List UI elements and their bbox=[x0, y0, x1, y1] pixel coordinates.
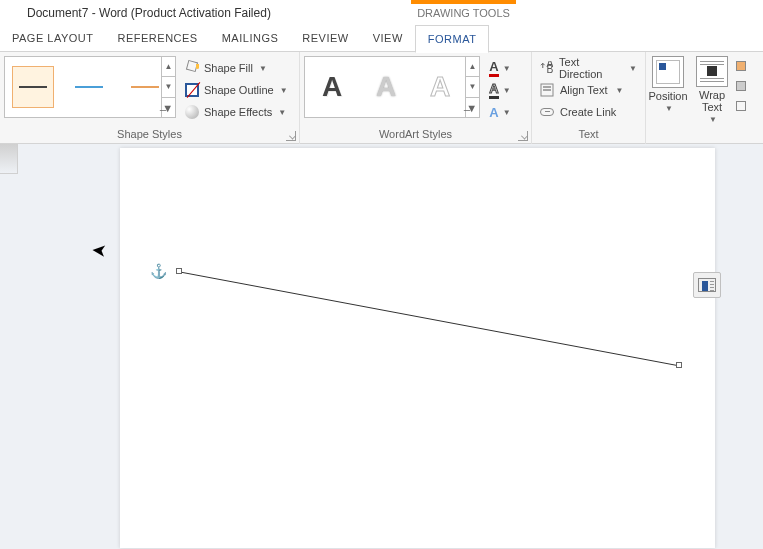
layout-options-button[interactable] bbox=[693, 272, 721, 298]
tab-mailings[interactable]: MAILINGS bbox=[210, 24, 291, 52]
shape-fill-label: Shape Fill bbox=[204, 62, 253, 74]
tab-references[interactable]: REFERENCES bbox=[106, 24, 210, 52]
gallery-down-icon[interactable]: ▼ bbox=[162, 77, 175, 97]
page[interactable]: ⚓ bbox=[120, 148, 715, 548]
text-effects-button[interactable]: A▼ bbox=[484, 102, 516, 122]
gallery-more-icon[interactable]: _▼ bbox=[162, 98, 175, 117]
contextual-tab-header: DRAWING TOOLS bbox=[411, 0, 516, 24]
wrap-text-label: Wrap Text bbox=[690, 89, 734, 113]
gallery-more-icon[interactable]: _▼ bbox=[466, 98, 479, 117]
wordart-style-1[interactable]: A bbox=[305, 57, 359, 117]
create-link-button[interactable]: Create Link bbox=[536, 102, 641, 122]
text-direction-icon: AB bbox=[540, 61, 553, 75]
shape-outline-label: Shape Outline bbox=[204, 84, 274, 96]
ribbon: ▲ ▼ _▼ Shape Fill ▼ Shape Outline ▼ bbox=[0, 52, 763, 144]
wrap-text-icon bbox=[700, 59, 724, 83]
gallery-scroll[interactable]: ▲ ▼ _▼ bbox=[161, 57, 175, 117]
shape-effects-icon bbox=[184, 104, 200, 120]
align-text-icon bbox=[540, 83, 554, 97]
svg-text:B: B bbox=[547, 64, 554, 75]
arrange-more bbox=[734, 52, 746, 124]
group-text: AB Text Direction ▼ Align Text ▼ Create … bbox=[532, 52, 646, 144]
link-icon bbox=[540, 108, 554, 116]
wordart-style-2[interactable]: A bbox=[359, 57, 413, 117]
shape-outline-icon bbox=[184, 82, 200, 98]
svg-line-5 bbox=[180, 272, 680, 366]
group-wordart-styles: A A A ▲ ▼ _▼ A▼ A▼ A▼ WordArt Styles bbox=[300, 52, 532, 144]
wordart-dialog-launcher[interactable] bbox=[518, 131, 528, 141]
align-text-label: Align Text bbox=[560, 84, 608, 96]
paint-bucket-icon bbox=[184, 60, 200, 76]
shape-effects-button[interactable]: Shape Effects ▼ bbox=[180, 102, 292, 122]
mouse-cursor-icon: ➤ bbox=[91, 238, 108, 261]
group-arrange: Position ▼ Wrap Text ▼ bbox=[646, 52, 750, 144]
bring-forward-partial[interactable] bbox=[734, 56, 746, 76]
tab-format[interactable]: FORMAT bbox=[415, 25, 490, 53]
gallery-up-icon[interactable]: ▲ bbox=[162, 57, 175, 77]
tab-review[interactable]: REVIEW bbox=[290, 24, 360, 52]
wordart-style-3[interactable]: A bbox=[413, 57, 467, 117]
shape-effects-label: Shape Effects bbox=[204, 106, 272, 118]
anchor-icon[interactable]: ⚓ bbox=[150, 263, 167, 279]
text-outline-button[interactable]: A▼ bbox=[484, 80, 516, 100]
text-direction-label: Text Direction bbox=[559, 56, 621, 80]
wrap-text-button[interactable]: Wrap Text ▼ bbox=[690, 52, 734, 124]
wordart-group-label: WordArt Styles bbox=[300, 128, 531, 144]
dropdown-caret-icon: ▼ bbox=[280, 86, 288, 95]
shape-outline-button[interactable]: Shape Outline ▼ bbox=[180, 80, 292, 100]
tab-page-layout[interactable]: PAGE LAYOUT bbox=[0, 24, 106, 52]
ribbon-tabs: PAGE LAYOUT REFERENCES MAILINGS REVIEW V… bbox=[0, 24, 763, 52]
dropdown-caret-icon: ▼ bbox=[278, 108, 286, 117]
line-handle-end[interactable] bbox=[676, 362, 682, 368]
shape-styles-group-label: Shape Styles bbox=[0, 128, 299, 144]
shape-style-gallery[interactable]: ▲ ▼ _▼ bbox=[4, 56, 176, 118]
position-icon bbox=[656, 60, 680, 84]
send-backward-partial[interactable] bbox=[734, 76, 746, 96]
group-shape-styles: ▲ ▼ _▼ Shape Fill ▼ Shape Outline ▼ bbox=[0, 52, 300, 144]
shape-style-2[interactable] bbox=[61, 57, 117, 117]
dropdown-caret-icon: ▼ bbox=[259, 64, 267, 73]
align-text-button[interactable]: Align Text ▼ bbox=[536, 80, 641, 100]
document-area: ⚓ ➤ bbox=[0, 144, 763, 549]
text-direction-button[interactable]: AB Text Direction ▼ bbox=[536, 58, 641, 78]
shape-fill-button[interactable]: Shape Fill ▼ bbox=[180, 58, 292, 78]
app-title: Document7 - Word (Product Activation Fai… bbox=[27, 6, 271, 20]
gallery-down-icon[interactable]: ▼ bbox=[466, 77, 479, 97]
position-label: Position bbox=[648, 90, 687, 102]
wordart-gallery-scroll[interactable]: ▲ ▼ _▼ bbox=[465, 57, 479, 117]
text-fill-button[interactable]: A▼ bbox=[484, 58, 516, 78]
gallery-up-icon[interactable]: ▲ bbox=[466, 57, 479, 77]
wordart-gallery[interactable]: A A A ▲ ▼ _▼ bbox=[304, 56, 480, 118]
layout-options-icon bbox=[698, 278, 716, 292]
create-link-label: Create Link bbox=[560, 106, 616, 118]
scroll-region[interactable] bbox=[0, 144, 18, 174]
position-button[interactable]: Position ▼ bbox=[646, 52, 690, 124]
shape-styles-dialog-launcher[interactable] bbox=[286, 131, 296, 141]
tab-view[interactable]: VIEW bbox=[361, 24, 415, 52]
shape-style-1[interactable] bbox=[5, 57, 61, 117]
drawing-tools-label: DRAWING TOOLS bbox=[411, 4, 516, 19]
text-group-label: Text bbox=[532, 128, 645, 144]
selection-pane-partial[interactable] bbox=[734, 96, 746, 116]
title-bar: Document7 - Word (Product Activation Fai… bbox=[0, 0, 763, 24]
drawn-line-shape[interactable] bbox=[120, 148, 715, 548]
line-handle-start[interactable] bbox=[176, 268, 182, 274]
